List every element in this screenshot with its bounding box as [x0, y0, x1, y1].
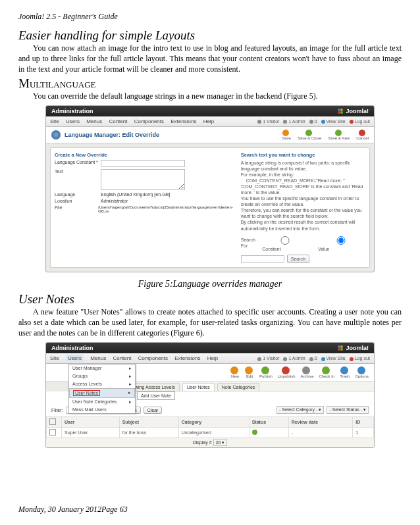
help-text-4: Therefore, you can search for the consta…: [241, 207, 365, 219]
svg-point-3: [340, 111, 343, 114]
dd-mass-mail[interactable]: Mass Mail Users: [69, 406, 135, 413]
svg-point-4: [338, 345, 340, 348]
edit-button[interactable]: Edit: [245, 366, 254, 378]
status-admin: 1 Admin: [283, 119, 305, 124]
status-icon[interactable]: [252, 430, 257, 435]
col-status[interactable]: Status: [249, 417, 288, 428]
main-menu: Site Users Menus Content Components Exte…: [46, 116, 374, 127]
body-usernotes: A new feature "User Notes" allows to cre…: [18, 307, 402, 339]
dd-user-notes[interactable]: User Notes▸: [69, 388, 135, 398]
joomla-logo-2: Joomla!: [337, 345, 369, 351]
override-panel: Create a New Override Language Constant …: [50, 147, 370, 268]
section-title-usernotes: User Notes: [18, 292, 402, 307]
radio-constant[interactable]: Constant: [262, 234, 315, 252]
unpublish-button[interactable]: Unpublish: [278, 366, 296, 378]
col-review-date[interactable]: Review date: [288, 417, 353, 428]
display-label: Display #: [193, 440, 212, 445]
search-header: Search text you want to change: [241, 152, 365, 159]
input-constant[interactable]: [101, 160, 185, 167]
figure-5-screenshot: Administration Joomla! Site Users Menus …: [45, 105, 375, 272]
menu-components[interactable]: Components: [134, 118, 164, 124]
menu-site[interactable]: Site: [50, 118, 59, 124]
col-user[interactable]: User: [62, 417, 120, 428]
running-head: Joomla! 2.5 - Beginner's Guide: [18, 12, 402, 22]
dd-access-levels[interactable]: Access Levels▸: [69, 380, 135, 388]
dd-submenu-add-note[interactable]: Add User Note: [137, 391, 175, 400]
menu2-users[interactable]: Users: [66, 355, 84, 362]
checkin-button[interactable]: Check In: [319, 366, 335, 378]
checkbox-all[interactable]: [49, 418, 56, 425]
menu-menus[interactable]: Menus: [86, 118, 102, 124]
menu2-extensions[interactable]: Extensions: [174, 355, 200, 361]
joomla-brand-text: Joomla!: [346, 108, 369, 114]
row-checkbox[interactable]: [49, 429, 56, 436]
status-mail[interactable]: 0: [309, 119, 317, 124]
help-text-2a: For example, in the string:: [241, 172, 365, 178]
search-input[interactable]: [241, 255, 284, 262]
dd-user-note-categories[interactable]: User Note Categories▸: [69, 398, 135, 406]
menu-users[interactable]: Users: [66, 118, 80, 124]
svg-point-2: [338, 111, 340, 114]
cell-subject: for the boss: [119, 428, 178, 438]
toolbar-actions: Save Save & Close Save & New Cancel: [282, 130, 369, 140]
archive-button[interactable]: Archive: [300, 366, 313, 378]
save-button[interactable]: Save: [282, 130, 291, 140]
status2-view-site[interactable]: View Site: [321, 356, 346, 361]
menu-extensions[interactable]: Extensions: [171, 118, 196, 124]
label-constant: Language Constant *: [55, 160, 101, 164]
input-text[interactable]: [101, 169, 185, 190]
menu2-menus[interactable]: Menus: [90, 355, 106, 361]
new-button[interactable]: New: [230, 366, 240, 378]
joomla-logo: Joomla!: [337, 108, 369, 114]
display-select[interactable]: 20 ▾: [213, 439, 228, 446]
help-text-2b: COM_CONTENT_READ_MORE="Read more: ": [241, 178, 365, 184]
status2-admin: 1 Admin: [283, 356, 305, 361]
dd-groups[interactable]: Groups▸: [69, 372, 135, 380]
sub-tabs: Viewing Access Levels User Notes Note Ca…: [118, 382, 374, 391]
status2-logout[interactable]: Log out: [350, 356, 370, 361]
save-close-button[interactable]: Save & Close: [298, 130, 321, 140]
menu2-site[interactable]: Site: [50, 355, 59, 361]
menu2-content[interactable]: Content: [113, 355, 131, 361]
value-file: /Users/hagengraf/Documents/htdocs/j25adm…: [98, 205, 236, 213]
dd-user-manager[interactable]: User Manager▸: [69, 364, 135, 372]
status2-mail[interactable]: 0: [309, 356, 317, 361]
cell-user: Super User: [62, 428, 120, 438]
filter-label: Filter:: [51, 408, 63, 413]
tab-note-categories[interactable]: Note Categories: [217, 383, 260, 391]
search-button[interactable]: Search: [287, 255, 309, 263]
filter-clear-button[interactable]: Clear: [144, 407, 163, 414]
cell-id: 1: [353, 428, 374, 438]
cancel-button[interactable]: Cancel: [356, 130, 369, 140]
col-id[interactable]: ID: [353, 417, 374, 428]
menu2-help[interactable]: Help: [207, 355, 218, 361]
tab-user-notes[interactable]: User Notes: [182, 383, 215, 391]
admin-titlebar-label-2: Administration: [51, 345, 93, 351]
col-subject[interactable]: Subject: [119, 417, 178, 428]
select-status[interactable]: - Select Status - ▾: [327, 406, 369, 414]
svg-point-6: [338, 348, 340, 351]
users-dropdown: User Manager▸ Groups▸ Access Levels▸ Use…: [68, 364, 136, 414]
menu-help[interactable]: Help: [203, 118, 214, 124]
publish-button[interactable]: Publish: [259, 366, 273, 378]
notes-table: User Subject Category Status Review date…: [46, 416, 374, 438]
status-logout[interactable]: Log out: [350, 119, 370, 124]
svg-point-0: [338, 109, 340, 111]
menu-content[interactable]: Content: [109, 118, 127, 124]
menu2-components[interactable]: Components: [138, 355, 168, 361]
help-text-5: By clicking on the desired result the co…: [241, 219, 365, 231]
main-menu-2: Site Users Menus Content Components Exte…: [46, 353, 374, 364]
table-row[interactable]: Super User for the boss Uncategorised - …: [47, 428, 374, 438]
component-title: Language Manager: Edit Override: [65, 132, 159, 138]
save-new-button[interactable]: Save & New: [328, 130, 350, 140]
select-category[interactable]: - Select Category - ▾: [276, 406, 324, 414]
radio-value[interactable]: Value: [318, 234, 365, 252]
status-view-site[interactable]: View Site: [321, 119, 346, 124]
status2-visitor: 1 Visitor: [257, 356, 279, 361]
cell-category: Uncategorised: [178, 428, 249, 438]
help-text-1: A language string is composed of two par…: [241, 160, 365, 172]
pagination-bar: Display # 20 ▾: [46, 438, 374, 447]
trash-button[interactable]: Trash: [340, 366, 350, 378]
col-category[interactable]: Category: [178, 417, 249, 428]
options-button[interactable]: Options: [355, 366, 369, 378]
